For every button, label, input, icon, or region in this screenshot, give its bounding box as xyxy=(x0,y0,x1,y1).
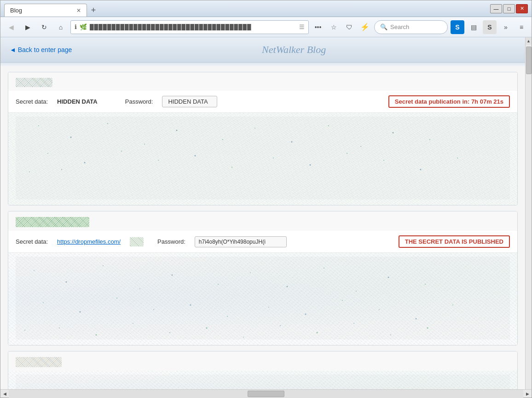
svg-point-14 xyxy=(84,162,86,164)
card2-title-image xyxy=(16,217,89,227)
svg-point-50 xyxy=(416,318,417,320)
svg-point-39 xyxy=(425,284,426,285)
tab-close-button[interactable]: ✕ xyxy=(76,7,81,14)
card2-secret-label: Secret data: xyxy=(16,238,48,245)
card2-noise-svg xyxy=(16,257,510,339)
blog-card-1: Secret data: HIDDEN DATA Password: HIDDE… xyxy=(8,72,518,205)
tools-button[interactable]: ⚡ xyxy=(359,21,371,34)
vertical-scrollbar: ▲ xyxy=(525,37,532,389)
svg-point-13 xyxy=(47,153,48,154)
svg-point-33 xyxy=(218,284,219,285)
svg-point-62 xyxy=(390,334,391,335)
menu-icon: ≡ xyxy=(520,23,523,31)
card2-meta: Secret data: https://dropmefiles.com/ Pa… xyxy=(8,231,517,253)
maximize-button[interactable]: □ xyxy=(503,4,515,13)
svg-point-31 xyxy=(139,288,140,289)
reader-mode-button[interactable]: ▤ xyxy=(467,21,480,34)
svg-point-18 xyxy=(231,167,232,168)
svg-point-8 xyxy=(291,141,293,143)
svg-point-2 xyxy=(70,137,72,138)
svg-point-35 xyxy=(287,286,288,287)
skype-icon: S xyxy=(455,23,459,31)
blog-card-2: Secret data: https://dropmefiles.com/ Pa… xyxy=(8,211,518,345)
blog-card-3 xyxy=(8,351,518,389)
card1-title-image xyxy=(16,78,52,87)
home-button[interactable]: ⌂ xyxy=(54,20,68,34)
svg-point-54 xyxy=(96,334,97,336)
svg-point-15 xyxy=(121,151,122,152)
refresh-button[interactable]: ↻ xyxy=(37,20,51,34)
card1-secret-value: HIDDEN DATA xyxy=(57,98,98,105)
blog-title: NetWalker Blog xyxy=(72,44,516,56)
svg-point-45 xyxy=(227,316,228,317)
back-to-enter-link[interactable]: ◄ Back to enter page xyxy=(10,46,72,53)
reader-icon[interactable]: ☰ xyxy=(299,23,305,30)
svg-point-37 xyxy=(356,291,357,292)
scroll-left-button[interactable]: ◀ xyxy=(0,390,9,398)
address-text: █████████████████████████████████████ xyxy=(90,24,296,30)
card2-header xyxy=(8,211,517,231)
svg-point-5 xyxy=(176,130,178,131)
svg-point-57 xyxy=(206,328,208,329)
close-button[interactable]: ✕ xyxy=(516,4,528,13)
scroll-track xyxy=(9,390,523,398)
more-button[interactable]: ••• xyxy=(312,21,324,34)
shield-button[interactable]: 🛡 xyxy=(343,21,356,34)
card3-image xyxy=(8,371,517,389)
svg-point-26 xyxy=(61,169,62,170)
search-icon: 🔍 xyxy=(380,23,387,30)
svg-point-6 xyxy=(222,139,223,140)
back-button[interactable]: ◀ xyxy=(4,20,18,34)
security-icon: 🌿 xyxy=(80,23,87,30)
svg-point-23 xyxy=(420,169,422,170)
menu-button[interactable]: ≡ xyxy=(515,21,528,34)
page-content: ◄ Back to enter page NetWalker Blog Secr… xyxy=(0,37,525,389)
bookmark-button[interactable]: ☆ xyxy=(327,21,340,34)
svg-point-17 xyxy=(195,155,196,157)
svg-point-24 xyxy=(457,158,458,158)
svg-point-51 xyxy=(452,304,453,305)
svg-point-22 xyxy=(383,160,384,161)
forward-button[interactable]: ▶ xyxy=(21,20,35,34)
scroll-right-button[interactable]: ▶ xyxy=(523,390,532,398)
card1-timer-badge: Secret data publication in: 7h 07m 21s xyxy=(388,95,510,108)
svg-point-12 xyxy=(429,139,430,140)
svg-point-60 xyxy=(317,332,318,334)
card1-image xyxy=(8,113,517,205)
card1-noise-svg xyxy=(16,117,510,199)
shield-icon: 🛡 xyxy=(346,23,353,31)
title-bar: Blog ✕ + — □ ✕ xyxy=(0,0,532,17)
skype-button[interactable]: S xyxy=(451,20,464,34)
card1-password-input[interactable]: HIDDEN DATA xyxy=(162,96,217,107)
svg-point-16 xyxy=(158,160,159,161)
card2-image xyxy=(8,253,517,345)
tab-area: Blog ✕ + xyxy=(4,0,100,17)
card2-password-input[interactable]: h7i4o8yh(O*Yih498opuJH(i xyxy=(195,236,287,247)
blog-header: ◄ Back to enter page NetWalker Blog xyxy=(0,37,525,63)
card1-header xyxy=(8,72,517,91)
svg-rect-0 xyxy=(16,117,510,199)
more-tools-button[interactable]: » xyxy=(499,21,512,34)
scroll-up-button[interactable]: ▲ xyxy=(526,37,532,45)
svg-point-53 xyxy=(59,328,60,328)
search-box[interactable]: 🔍 Search xyxy=(374,20,448,34)
tools-icon: ⚡ xyxy=(360,23,370,31)
card2-password-label: Password: xyxy=(157,238,185,245)
card2-secret-link[interactable]: https://dropmefiles.com/ xyxy=(57,238,121,245)
skype2-button[interactable]: S xyxy=(483,20,497,34)
new-tab-button[interactable]: + xyxy=(87,4,100,17)
address-bar[interactable]: ℹ 🌿 ████████████████████████████████████… xyxy=(70,20,309,34)
svg-point-11 xyxy=(393,132,394,134)
svg-point-43 xyxy=(153,309,154,310)
card2-icon-fragment xyxy=(130,237,144,246)
svg-rect-27 xyxy=(16,257,510,339)
svg-point-34 xyxy=(250,272,251,273)
scroll-thumb-h[interactable] xyxy=(248,391,284,397)
browser-tab[interactable]: Blog ✕ xyxy=(4,4,87,17)
card1-meta: Secret data: HIDDEN DATA Password: HIDDE… xyxy=(8,91,517,113)
card3-noise-svg xyxy=(16,375,510,389)
scroll-thumb[interactable] xyxy=(526,47,532,74)
minimize-button[interactable]: — xyxy=(490,4,502,13)
svg-point-44 xyxy=(190,304,191,306)
bookmark-icon: ☆ xyxy=(331,23,337,31)
